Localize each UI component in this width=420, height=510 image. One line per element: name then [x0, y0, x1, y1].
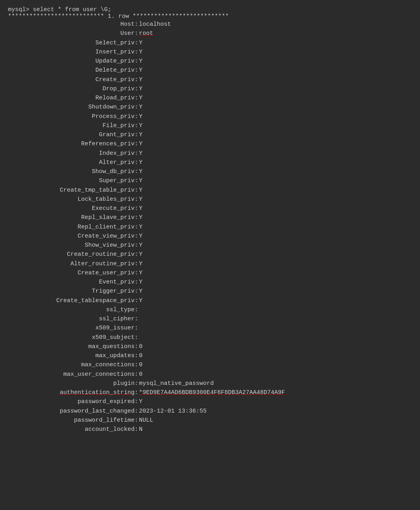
- field-colon: :: [135, 93, 138, 103]
- field-value: Y: [139, 84, 143, 93]
- field-value: Y: [139, 57, 143, 66]
- command-line: mysql> select * from user \G;: [8, 6, 412, 13]
- field-colon: :: [135, 305, 138, 314]
- field-colon: :: [135, 167, 138, 176]
- field-row: max_user_connections: 0: [8, 370, 412, 379]
- fields-container: Host: localhostUser: rootSelect_priv: YI…: [8, 20, 412, 434]
- field-name: References_priv: [8, 139, 135, 148]
- field-colon: :: [135, 57, 138, 66]
- field-row: x509_subject:: [8, 333, 412, 342]
- field-value: Y: [139, 121, 143, 130]
- field-value: Y: [139, 241, 143, 250]
- field-name: Super_priv: [8, 176, 135, 185]
- field-name: Show_view_priv: [8, 241, 135, 250]
- field-name: Create_view_priv: [8, 232, 135, 241]
- field-value: Y: [139, 397, 143, 406]
- field-value: Y: [139, 167, 143, 176]
- field-name: ssl_type: [8, 305, 135, 314]
- field-name: x509_subject: [8, 333, 135, 342]
- field-value: Y: [139, 48, 143, 57]
- field-value: *9ED9E7A4AD6BDB9300E4F6F8DB3A27AA48D74A9…: [139, 388, 285, 397]
- field-name: x509_issuer: [8, 324, 135, 333]
- field-colon: :: [135, 158, 138, 167]
- field-row: References_priv: Y: [8, 139, 412, 148]
- field-value: root: [139, 29, 153, 38]
- field-colon: :: [135, 296, 138, 305]
- field-row: Index_priv: Y: [8, 149, 412, 158]
- field-colon: :: [135, 314, 138, 324]
- field-value: localhost: [139, 20, 171, 29]
- field-name: max_connections: [8, 360, 135, 369]
- field-row: Show_view_priv: Y: [8, 241, 412, 250]
- field-row: ssl_cipher:: [8, 314, 412, 324]
- field-value: 2023-12-01 13:36:55: [139, 407, 207, 416]
- field-name: Execute_priv: [8, 204, 135, 213]
- field-name: Index_priv: [8, 149, 135, 158]
- field-value: Y: [139, 296, 143, 305]
- field-row: Drop_priv: Y: [8, 84, 412, 93]
- field-colon: :: [135, 287, 138, 296]
- field-name: Alter_routine_priv: [8, 259, 135, 268]
- field-colon: :: [135, 360, 138, 369]
- field-name: Reload_priv: [8, 93, 135, 103]
- field-row: Create_tablespace_priv: Y: [8, 296, 412, 305]
- field-row: Reload_priv: Y: [8, 93, 412, 103]
- field-colon: :: [135, 66, 138, 75]
- field-row: Super_priv: Y: [8, 176, 412, 185]
- field-colon: :: [135, 342, 138, 351]
- field-name: Repl_client_priv: [8, 223, 135, 232]
- field-row: Create_priv: Y: [8, 75, 412, 84]
- field-colon: :: [135, 48, 138, 57]
- field-name: authentication_string: [8, 388, 135, 397]
- field-value: Y: [139, 66, 143, 75]
- field-row: account_locked: N: [8, 425, 412, 434]
- field-row: Show_db_priv: Y: [8, 167, 412, 176]
- field-colon: :: [135, 204, 138, 213]
- field-colon: :: [135, 139, 138, 148]
- field-name: Select_priv: [8, 38, 135, 48]
- field-name: Grant_priv: [8, 130, 135, 139]
- field-row: Execute_priv: Y: [8, 204, 412, 213]
- field-row: Create_routine_priv: Y: [8, 250, 412, 259]
- field-name: Create_user_priv: [8, 268, 135, 278]
- field-name: Trigger_priv: [8, 287, 135, 296]
- field-value: 0: [139, 370, 143, 379]
- field-colon: :: [135, 130, 138, 139]
- field-colon: :: [135, 38, 138, 48]
- field-value: Y: [139, 186, 143, 195]
- field-value: Y: [139, 38, 143, 48]
- field-name: Create_tablespace_priv: [8, 296, 135, 305]
- field-colon: :: [135, 241, 138, 250]
- field-row: ssl_type:: [8, 305, 412, 314]
- field-value: Y: [139, 75, 143, 84]
- field-colon: :: [135, 176, 138, 185]
- field-value: 0: [139, 360, 143, 369]
- field-colon: :: [135, 121, 138, 130]
- field-colon: :: [135, 388, 138, 397]
- field-row: User: root: [8, 29, 412, 38]
- field-row: Delete_priv: Y: [8, 66, 412, 75]
- field-value: Y: [139, 195, 143, 204]
- field-name: Update_priv: [8, 57, 135, 66]
- field-colon: :: [135, 425, 138, 434]
- field-colon: :: [135, 416, 138, 425]
- field-row: Repl_client_priv: Y: [8, 223, 412, 232]
- field-colon: :: [135, 149, 138, 158]
- field-name: Lock_tables_priv: [8, 195, 135, 204]
- field-colon: :: [135, 213, 138, 222]
- field-value: N: [139, 425, 143, 434]
- field-colon: :: [135, 324, 138, 333]
- field-row: File_priv: Y: [8, 121, 412, 130]
- field-row: x509_issuer:: [8, 324, 412, 333]
- terminal-container: mysql> select * from user \G; **********…: [8, 6, 412, 434]
- field-value: 0: [139, 351, 143, 360]
- field-value: NULL: [139, 416, 153, 425]
- field-name: Process_priv: [8, 112, 135, 121]
- field-row: Insert_priv: Y: [8, 48, 412, 57]
- field-row: Repl_slave_priv: Y: [8, 213, 412, 222]
- field-colon: :: [135, 232, 138, 241]
- field-row: Host: localhost: [8, 20, 412, 29]
- field-name: File_priv: [8, 121, 135, 130]
- field-name: max_updates: [8, 351, 135, 360]
- field-name: Show_db_priv: [8, 167, 135, 176]
